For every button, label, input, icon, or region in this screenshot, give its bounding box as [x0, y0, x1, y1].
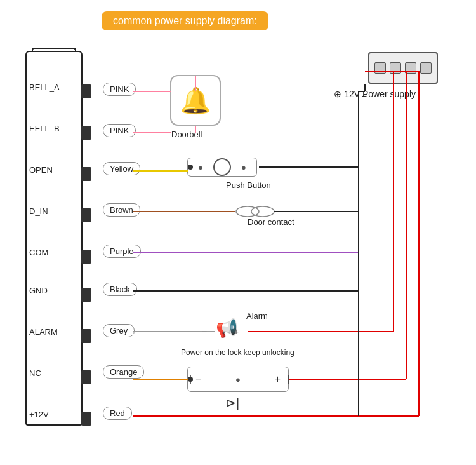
- push-button-label: Push Button: [226, 180, 271, 190]
- pst-4: [420, 62, 432, 74]
- power-supply-terminals: [374, 62, 432, 74]
- doorbell-component: 🔔: [170, 75, 221, 126]
- connector-COM: [81, 250, 91, 264]
- alarm-icon: 📢: [216, 318, 238, 339]
- pst-2: [390, 62, 401, 74]
- wire-label-12V: Red: [103, 407, 132, 420]
- terminal-ALARM-label: ALARM: [29, 327, 58, 337]
- wire-label-EELL_B: PINK: [103, 124, 136, 137]
- push-button-component: ● ●: [187, 158, 257, 177]
- wire-label-OPEN: Yellow: [103, 162, 140, 175]
- terminal-GND-label: GND: [29, 286, 48, 295]
- doorbell-label: Doorbell: [171, 130, 202, 139]
- power-supply-label-text: 12V Power supply: [344, 89, 416, 99]
- power-plus-symbol: ⊕ 12V Power supply: [334, 89, 416, 99]
- connector-EELL_B: [81, 126, 91, 140]
- power-supply-component: [368, 52, 438, 84]
- svg-point-9: [251, 206, 274, 217]
- nc-plus-symbol: +: [275, 374, 281, 385]
- wire-label-ALARM: Grey: [103, 324, 135, 337]
- wire-label-D_IN: Brown: [103, 203, 140, 217]
- connector-ALARM: [81, 329, 91, 343]
- terminal-OPEN-label: OPEN: [29, 165, 53, 175]
- diagram-container: common power supply diagram: BELL_A EELL…: [0, 0, 476, 465]
- terminal-BELL_A-label: BELL_A: [29, 83, 60, 92]
- connector-BELL_A: [81, 84, 91, 98]
- push-button-dot-left: ●: [198, 163, 203, 172]
- wire-label-GND: Black: [103, 283, 137, 296]
- alarm-label: Alarm: [246, 311, 268, 321]
- terminal-D_IN-label: D_IN: [29, 206, 48, 216]
- terminal-EELL_B-label: EELL_B: [29, 124, 60, 133]
- nc-dot: ●: [235, 375, 241, 384]
- connector-OPEN: [81, 167, 91, 181]
- title-badge: common power supply diagram:: [102, 11, 268, 30]
- bell-icon: 🔔: [180, 86, 211, 116]
- power-lock-label: Power on the lock keep unlocking: [181, 348, 294, 357]
- connector-12V: [81, 412, 91, 426]
- nc-lock-component: − ● +: [187, 367, 289, 392]
- wire-label-NC: Orange: [103, 365, 144, 379]
- svg-text:−: −: [202, 327, 207, 337]
- terminal-COM-label: COM: [29, 248, 48, 257]
- push-button-dot-right: ●: [241, 163, 246, 172]
- door-contact-label: Door contact: [248, 217, 294, 227]
- wire-label-BELL_A: PINK: [103, 83, 136, 96]
- connector-NC: [81, 370, 91, 384]
- pst-3: [405, 62, 416, 74]
- connector-D_IN: [81, 208, 91, 222]
- terminal-NC-label: NC: [29, 368, 41, 378]
- wire-label-COM: Purple: [103, 245, 141, 258]
- diode-symbol: ⊳|: [225, 395, 239, 410]
- pst-1: [374, 62, 386, 74]
- svg-point-8: [236, 206, 259, 217]
- push-button-circle: [213, 158, 231, 176]
- connector-GND: [81, 288, 91, 302]
- terminal-12V-label: +12V: [29, 410, 49, 419]
- nc-minus-symbol: −: [195, 374, 201, 385]
- title-text: common power supply diagram:: [113, 15, 257, 26]
